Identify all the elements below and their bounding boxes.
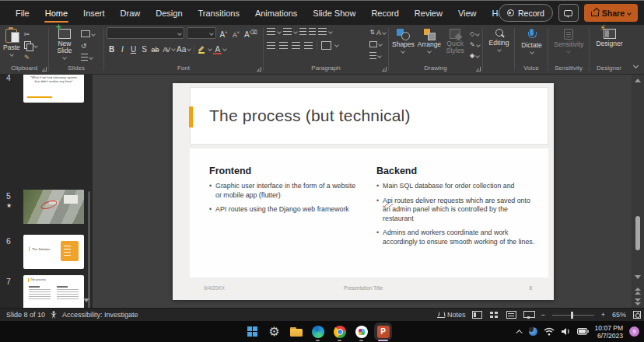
slide-title[interactable]: The process (but technical) — [209, 106, 411, 125]
character-spacing-button[interactable]: AV — [161, 43, 171, 54]
slack-taskbar-icon[interactable] — [355, 325, 368, 338]
notes-button[interactable]: Notes — [437, 311, 466, 319]
clipboard-dialog-launcher[interactable] — [42, 67, 47, 72]
text-direction-button[interactable]: ⇅A — [369, 28, 386, 37]
notification-badge[interactable]: 9 — [629, 326, 639, 337]
tab-view[interactable]: View — [450, 1, 485, 25]
font-dialog-launcher[interactable] — [257, 67, 261, 72]
edge-taskbar-icon[interactable] — [311, 325, 324, 338]
collapse-ribbon-chevron[interactable] — [633, 63, 639, 68]
start-button[interactable] — [246, 325, 259, 338]
align-left-button[interactable] — [267, 42, 275, 49]
paragraph-dialog-launcher[interactable] — [382, 67, 387, 72]
shape-outline-button[interactable]: ✎ — [470, 40, 480, 49]
tray-overflow-chevron[interactable] — [516, 330, 522, 336]
convert-smartart-button[interactable] — [369, 51, 386, 60]
settings-taskbar-icon[interactable]: ⚙ — [268, 325, 281, 338]
scroll-down-button[interactable] — [632, 275, 644, 279]
increase-indent-button[interactable] — [309, 28, 316, 35]
highlight-button[interactable] — [198, 43, 208, 54]
accessibility-status[interactable]: Accessibility: Investigate — [62, 311, 138, 319]
reset-slide-button[interactable]: ↺ — [81, 41, 95, 50]
clear-formatting-button[interactable]: A⌫ — [243, 28, 258, 39]
tab-review[interactable]: Review — [407, 1, 450, 25]
slide-6-thumbnail[interactable]: The Solution — [23, 235, 84, 269]
slide-7-thumbnail[interactable]: The process — [23, 275, 84, 308]
slide-layout-button[interactable] — [81, 30, 95, 38]
tab-record[interactable]: Record — [363, 1, 406, 25]
tab-insert[interactable]: Insert — [75, 1, 113, 25]
italic-button[interactable]: I — [117, 43, 128, 54]
zoom-slider[interactable] — [552, 315, 594, 316]
bold-button[interactable]: B — [107, 43, 117, 54]
frontend-column[interactable]: Frontend •Graphic user interface in the … — [209, 166, 357, 220]
align-text-button[interactable] — [369, 40, 386, 48]
cut-button[interactable]: ✂ — [24, 30, 37, 38]
slide-5-thumbnail[interactable] — [23, 190, 84, 224]
backend-column[interactable]: Backend •Main SQL database for order col… — [376, 166, 536, 252]
tab-design[interactable]: Design — [148, 1, 190, 25]
tab-slide-show[interactable]: Slide Show — [305, 1, 363, 25]
tab-animations[interactable]: Animations — [247, 1, 305, 25]
battery-icon[interactable] — [577, 328, 589, 335]
volume-icon[interactable] — [561, 327, 571, 336]
shapes-button[interactable]: Shapes — [390, 26, 416, 64]
text-shadow-button[interactable]: S — [139, 43, 149, 54]
new-slide-button[interactable]: New Slide — [51, 26, 79, 64]
drawing-dialog-launcher[interactable] — [476, 67, 481, 72]
thumbnail-scrollbar[interactable] — [88, 191, 90, 308]
reading-view-button[interactable] — [506, 311, 516, 319]
share-button[interactable]: Share — [584, 4, 638, 22]
paste-button[interactable]: Paste — [2, 26, 22, 64]
zoom-out-button[interactable]: − — [541, 311, 544, 319]
zoom-level[interactable]: 65% — [612, 311, 626, 319]
quick-styles-button[interactable]: Quick Styles — [443, 26, 467, 64]
slide-show-button[interactable] — [523, 311, 534, 319]
next-slide-button[interactable] — [632, 298, 644, 305]
tab-file[interactable]: File — [8, 1, 37, 25]
scrollbar-thumb[interactable] — [635, 216, 640, 250]
align-center-button[interactable] — [279, 42, 288, 49]
tab-transitions[interactable]: Transitions — [191, 1, 247, 25]
shape-fill-button[interactable]: ◇ — [470, 30, 480, 38]
slide-sorter-view-button[interactable] — [489, 311, 499, 319]
designer-button[interactable]: Designer — [594, 26, 624, 64]
tab-draw[interactable]: Draw — [113, 1, 149, 25]
strikethrough-button[interactable]: ab — [150, 43, 160, 54]
comments-button[interactable] — [558, 4, 579, 22]
slide-canvas[interactable]: The process (but technical) Frontend •Gr… — [173, 83, 554, 300]
arrange-button[interactable]: Arrange — [416, 26, 443, 64]
shape-effects-button[interactable]: ◆ — [470, 51, 480, 60]
normal-view-button[interactable] — [472, 311, 482, 319]
fit-slide-to-window-button[interactable] — [633, 311, 641, 319]
chrome-taskbar-icon[interactable] — [333, 325, 346, 338]
clock[interactable]: 10:07 PM 6/7/2023 — [595, 324, 623, 340]
file-explorer-taskbar-icon[interactable] — [289, 325, 303, 338]
section-button[interactable] — [81, 53, 95, 61]
change-case-button[interactable]: Aa — [176, 43, 187, 54]
previous-slide-button[interactable] — [632, 288, 644, 295]
powerpoint-taskbar-icon[interactable]: P — [376, 325, 390, 338]
decrease-indent-button[interactable] — [299, 28, 306, 35]
format-painter-button[interactable]: ✎ — [24, 53, 37, 61]
zoom-in-button[interactable]: + — [601, 311, 605, 319]
wifi-icon[interactable] — [544, 327, 555, 336]
zoom-slider-thumb[interactable] — [571, 312, 573, 319]
justify-button[interactable] — [304, 42, 313, 49]
shrink-font-button[interactable]: A˅ — [231, 28, 241, 39]
editing-button[interactable]: Editing — [488, 26, 511, 64]
thumbnail-scroll-down-icon[interactable] — [83, 298, 89, 302]
tray-app-icon[interactable] — [529, 327, 537, 336]
slide-4-thumbnail[interactable]: "What if we had takeaway system that did… — [23, 75, 84, 103]
dictate-button[interactable]: Dictate — [520, 26, 543, 64]
record-button[interactable]: Record — [499, 4, 553, 22]
underline-button[interactable]: U — [128, 43, 138, 54]
scroll-up-button[interactable] — [632, 79, 644, 82]
grow-font-button[interactable]: A˄ — [219, 28, 229, 39]
numbering-button[interactable] — [283, 28, 292, 35]
font-name-combo[interactable] — [107, 27, 184, 39]
main-scrollbar[interactable] — [632, 75, 644, 308]
line-spacing-button[interactable] — [318, 28, 327, 35]
bullets-button[interactable] — [267, 28, 275, 35]
font-size-combo[interactable] — [187, 27, 216, 39]
